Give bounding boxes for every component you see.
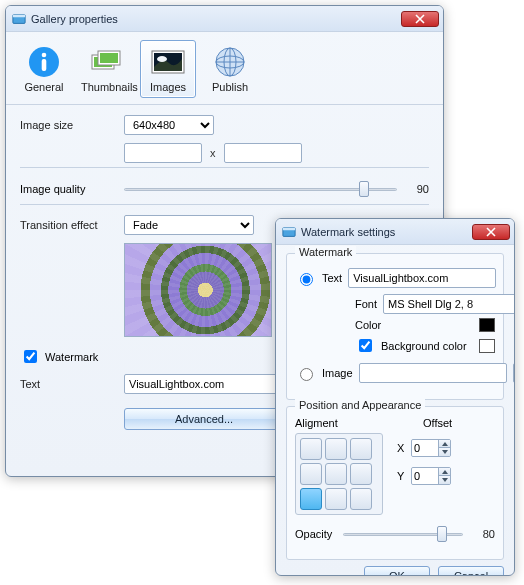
transition-effect-label: Transition effect	[20, 219, 124, 231]
image-quality-value: 90	[405, 183, 429, 195]
tab-images-label: Images	[143, 81, 193, 93]
align-cell-3[interactable]	[300, 463, 322, 485]
tab-thumbnails[interactable]: Thumbnails	[78, 40, 134, 98]
chevron-down-icon[interactable]	[438, 476, 450, 484]
offset-y-input[interactable]	[412, 468, 438, 484]
offset-y-spinner[interactable]	[411, 467, 451, 485]
align-cell-2[interactable]	[350, 438, 372, 460]
position-group-legend: Position and Appearance	[295, 399, 425, 411]
ok-button[interactable]: OK	[364, 566, 430, 576]
thumbnails-icon	[87, 45, 125, 79]
offset-x-label: X	[397, 442, 407, 454]
image-quality-slider[interactable]	[124, 180, 397, 198]
watermark-text-radio-label: Text	[322, 272, 342, 284]
watermark-text-value-input[interactable]	[348, 268, 496, 288]
globe-icon	[211, 45, 249, 79]
chevron-up-icon[interactable]	[438, 440, 450, 448]
browse-button[interactable]: ...	[513, 363, 515, 383]
bgcolor-swatch[interactable]	[479, 339, 495, 353]
window-title: Gallery properties	[31, 13, 118, 25]
app-icon	[12, 12, 26, 26]
image-height-input[interactable]	[224, 143, 302, 163]
watermark-group: Watermark Text Font Color Background col…	[286, 253, 504, 400]
tab-thumbnails-label: Thumbnails	[81, 81, 131, 93]
bgcolor-label: Background color	[381, 340, 467, 352]
info-icon	[25, 45, 63, 79]
watermark-image-radio-label: Image	[322, 367, 353, 379]
chevron-down-icon[interactable]	[438, 448, 450, 456]
font-label: Font	[355, 298, 377, 310]
watermark-settings-window: Watermark settings Watermark Text Font C…	[275, 218, 515, 576]
align-cell-1[interactable]	[325, 438, 347, 460]
position-appearance-group: Position and Appearance Aligment Offset	[286, 406, 504, 560]
opacity-slider[interactable]	[343, 525, 463, 543]
svg-rect-16	[283, 227, 295, 230]
svg-rect-8	[100, 53, 118, 63]
browse-button-label: ...	[514, 367, 515, 379]
images-icon	[149, 45, 187, 79]
align-cell-5[interactable]	[350, 463, 372, 485]
svg-rect-1	[13, 14, 25, 17]
sub-body: Watermark Text Font Color Background col…	[276, 245, 514, 576]
font-input[interactable]	[383, 294, 515, 314]
offset-x-spinner[interactable]	[411, 439, 451, 457]
ok-button-label: OK	[389, 570, 405, 576]
toolbar-tabs: General Thumbnails Images	[6, 32, 443, 105]
tab-publish-label: Publish	[205, 81, 255, 93]
watermark-label: Watermark	[45, 351, 98, 363]
align-cell-4[interactable]	[325, 463, 347, 485]
watermark-text-label: Text	[20, 378, 124, 390]
sub-titlebar: Watermark settings	[276, 219, 514, 245]
cancel-button[interactable]: Cancel	[438, 566, 504, 576]
align-cell-6[interactable]	[300, 488, 322, 510]
titlebar: Gallery properties	[6, 6, 443, 32]
image-size-label: Image size	[20, 119, 124, 131]
align-cell-7[interactable]	[325, 488, 347, 510]
close-button[interactable]	[401, 11, 439, 27]
sub-close-button[interactable]	[472, 224, 510, 240]
opacity-value: 80	[471, 528, 495, 540]
advanced-button[interactable]: Advanced...	[124, 408, 284, 430]
chevron-up-icon[interactable]	[438, 468, 450, 476]
align-cell-0[interactable]	[300, 438, 322, 460]
transition-effect-select[interactable]: Fade	[124, 215, 254, 235]
tab-general-label: General	[19, 81, 69, 93]
opacity-label: Opacity	[295, 528, 343, 540]
image-size-select[interactable]: 640x480	[124, 115, 214, 135]
watermark-image-path-input[interactable]	[359, 363, 507, 383]
image-quality-label: Image quality	[20, 183, 124, 195]
offset-header: Offset	[423, 417, 452, 429]
cancel-button-label: Cancel	[454, 570, 488, 576]
watermark-text-radio[interactable]	[300, 273, 313, 286]
image-width-input[interactable]	[124, 143, 202, 163]
times-separator: x	[210, 147, 216, 159]
color-swatch[interactable]	[479, 318, 495, 332]
svg-point-3	[42, 53, 47, 58]
sub-window-title: Watermark settings	[301, 226, 395, 238]
svg-point-11	[157, 56, 167, 62]
watermark-image-radio[interactable]	[300, 368, 313, 381]
watermark-checkbox[interactable]	[24, 350, 37, 363]
advanced-button-label: Advanced...	[175, 413, 233, 425]
app-icon	[282, 225, 296, 239]
transition-preview	[124, 243, 272, 337]
svg-rect-4	[42, 59, 47, 71]
offset-y-label: Y	[397, 470, 407, 482]
align-cell-8[interactable]	[350, 488, 372, 510]
tab-publish[interactable]: Publish	[202, 40, 258, 98]
watermark-group-legend: Watermark	[295, 246, 356, 258]
tab-general[interactable]: General	[16, 40, 72, 98]
alignment-header: Aligment	[295, 417, 383, 429]
tab-images[interactable]: Images	[140, 40, 196, 98]
bgcolor-checkbox[interactable]	[359, 339, 372, 352]
alignment-grid	[295, 433, 383, 515]
offset-x-input[interactable]	[412, 440, 438, 456]
color-label: Color	[355, 319, 385, 331]
